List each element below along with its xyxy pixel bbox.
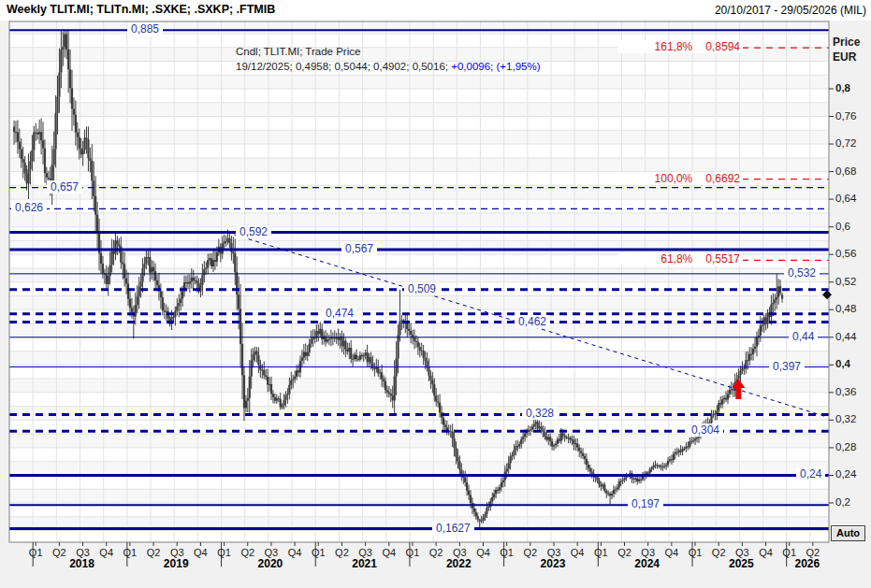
candle-body — [129, 299, 131, 308]
candle-body — [238, 294, 240, 308]
candle-body — [58, 73, 60, 97]
grid-band — [9, 268, 829, 282]
candle-body — [649, 469, 651, 473]
candle-body — [551, 441, 553, 447]
candle-body — [495, 490, 497, 494]
candle-body — [283, 400, 284, 406]
candle-body — [65, 34, 67, 49]
candle-body — [257, 355, 259, 366]
candle-body — [243, 375, 245, 408]
candle-body — [553, 445, 555, 446]
candle-body — [429, 376, 431, 380]
candle-body — [702, 427, 704, 431]
candle-body — [647, 473, 649, 474]
candle-body — [479, 520, 481, 521]
candle-body — [207, 260, 209, 267]
candle-body — [777, 286, 779, 296]
candle-body — [96, 215, 98, 233]
candle-body — [356, 355, 357, 360]
candle-body — [284, 395, 286, 400]
candle-body — [511, 455, 513, 456]
candle-body — [253, 354, 254, 360]
candle-body — [261, 370, 263, 371]
candle-body — [154, 271, 156, 280]
candle-body — [482, 518, 484, 521]
candle-body — [176, 307, 178, 311]
candle-body — [388, 393, 390, 394]
candle-body — [15, 132, 17, 133]
candle-body — [533, 424, 535, 427]
candle-body — [589, 468, 591, 471]
candle-body — [685, 447, 687, 449]
candle-body — [562, 433, 564, 435]
candle-body — [51, 165, 53, 185]
candle-body — [675, 452, 676, 454]
candle-body — [189, 281, 191, 283]
candle-body — [743, 368, 745, 369]
candle-body — [567, 437, 569, 438]
candle-body — [423, 351, 425, 358]
candle-body — [139, 281, 141, 286]
candle-body — [486, 508, 487, 514]
candle-body — [719, 403, 721, 405]
candle-body — [537, 422, 539, 428]
candle-body — [586, 459, 588, 465]
candle-body — [71, 88, 73, 108]
candle-body — [596, 477, 598, 480]
candle-body — [341, 337, 342, 346]
candle-body — [428, 366, 429, 376]
candle-body — [232, 251, 234, 253]
candle-body — [135, 305, 137, 316]
grid-band — [9, 130, 829, 144]
candle-body — [317, 331, 319, 334]
candle-body — [87, 139, 89, 158]
candle-body — [245, 401, 247, 409]
candle-body — [613, 490, 615, 494]
candle-body — [721, 399, 723, 404]
candle-body — [383, 380, 385, 381]
candle-body — [265, 375, 267, 376]
candlestick-chart[interactable] — [0, 0, 871, 588]
candle-body — [573, 439, 574, 444]
candle-body — [417, 342, 419, 347]
candle-body — [765, 318, 767, 324]
candle-body — [564, 436, 566, 437]
candle-body — [33, 133, 35, 151]
candle-body — [21, 150, 22, 160]
candle-body — [680, 451, 682, 452]
candle-body — [359, 355, 361, 360]
candle-body — [681, 449, 683, 452]
candle-body — [303, 352, 305, 358]
auto-button[interactable]: Auto — [831, 525, 865, 541]
candle-body — [24, 163, 26, 174]
candle-body — [123, 265, 125, 279]
candle-body — [152, 267, 154, 271]
grid-band — [9, 379, 829, 393]
candle-body — [576, 443, 578, 447]
candle-body — [508, 463, 510, 468]
candle-body — [502, 480, 504, 482]
candle-body — [385, 381, 386, 391]
candle-body — [623, 478, 625, 480]
candle-body — [251, 360, 253, 376]
candle-body — [48, 178, 50, 179]
candle-body — [193, 278, 195, 280]
candle-body — [143, 264, 145, 268]
candle-body — [210, 258, 212, 266]
candle-body — [602, 484, 603, 486]
candle-body — [110, 251, 112, 265]
candle-body — [344, 341, 346, 350]
candle-body — [607, 494, 609, 495]
candle-body — [689, 441, 690, 447]
candle-body — [603, 484, 605, 491]
candle-body — [75, 115, 77, 133]
candle-body — [259, 365, 261, 369]
candle-body — [723, 398, 725, 400]
candle-body — [708, 423, 710, 423]
candle-body — [149, 257, 151, 272]
candle-body — [634, 479, 636, 480]
candle-body — [137, 296, 138, 305]
candle-body — [660, 466, 661, 466]
candle-body — [591, 471, 593, 473]
candle-body — [93, 180, 94, 196]
